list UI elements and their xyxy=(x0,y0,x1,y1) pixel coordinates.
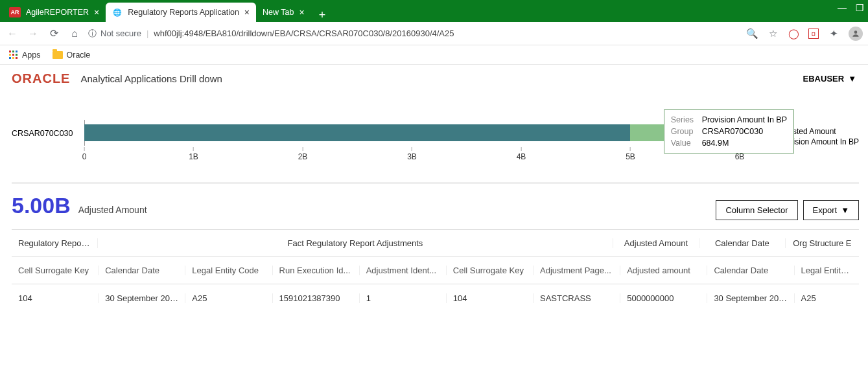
url-field[interactable]: ⓘ Not secure | whf00jlj:4948/EBA810/dril… xyxy=(88,28,740,40)
reload-button[interactable]: ⟳ xyxy=(47,27,61,40)
browser-tab-strip: AR AgileREPORTER × 🌐 Regulatory Reports … xyxy=(0,0,868,22)
group-header[interactable]: Calendar Date xyxy=(699,238,786,248)
bar-chart: CRSAR070C030 0 1B 2B 3B 4B 5B 6B SeriesP… xyxy=(12,112,859,170)
apps-label: Apps xyxy=(22,51,41,60)
group-header[interactable]: Fact Regulatory Report Adjustments xyxy=(98,238,613,248)
cell: 104 xyxy=(12,293,99,303)
security-indicator[interactable]: ⓘ Not secure xyxy=(88,28,141,40)
favicon-ar: AR xyxy=(9,7,21,17)
globe-icon: 🌐 xyxy=(112,7,123,17)
user-label: EBAUSER xyxy=(803,74,845,84)
apps-shortcut[interactable]: Apps xyxy=(9,51,41,60)
svg-point-0 xyxy=(854,30,858,34)
address-bar: ← → ⟳ ⌂ ⓘ Not secure | whf00jlj:4948/EBA… xyxy=(0,22,868,45)
tab-agilereporter[interactable]: AR AgileREPORTER × xyxy=(3,3,106,22)
minimize-button[interactable]: — xyxy=(838,3,847,13)
table-group-header: Regulatory Repor... Fact Regulatory Repo… xyxy=(12,230,859,257)
tab-title: Regulatory Reports Application xyxy=(128,8,239,17)
column-header[interactable]: Cell Surrogate Key xyxy=(447,266,534,275)
back-button[interactable]: ← xyxy=(5,28,19,40)
summary-label: Adjusted Amount xyxy=(78,205,147,215)
toolbar-right: 🔍 ☆ ◯ ◘ ✦ xyxy=(746,27,863,41)
extensions-puzzle-icon[interactable]: ✦ xyxy=(828,28,839,40)
close-icon[interactable]: × xyxy=(299,7,304,17)
column-header[interactable]: Run Execution Id... xyxy=(273,266,360,275)
extension-ublock-icon[interactable]: ◯ xyxy=(788,28,799,40)
column-header[interactable]: Legal Entity C xyxy=(795,266,859,275)
data-table: Regulatory Repor... Fact Regulatory Repo… xyxy=(12,229,859,312)
close-icon[interactable]: × xyxy=(244,7,250,17)
app-header: ORACLE Analytical Applications Drill dow… xyxy=(0,65,868,93)
info-icon: ⓘ xyxy=(88,28,97,40)
group-header[interactable]: Adjusted Amount xyxy=(613,238,699,248)
group-header[interactable]: Org Structure E xyxy=(786,238,859,248)
column-header[interactable]: Legal Entity Code xyxy=(185,266,272,275)
cell: SASTCRASS xyxy=(534,293,620,303)
cell: 5000000000 xyxy=(620,293,707,303)
chevron-down-icon: ▼ xyxy=(848,74,856,84)
chart-tooltip: SeriesProvision Amount In BP GroupCRSAR0… xyxy=(664,109,794,153)
profile-avatar[interactable] xyxy=(849,27,863,41)
oracle-logo: ORACLE xyxy=(12,71,70,86)
cell: A25 xyxy=(795,293,859,303)
maximize-button[interactable]: ❐ xyxy=(856,3,864,13)
column-selector-button[interactable]: Column Selector xyxy=(716,200,797,220)
chart-category-label: CRSAR070C030 xyxy=(12,129,73,138)
apps-grid-icon xyxy=(9,51,18,60)
new-tab-button[interactable]: + xyxy=(311,8,334,22)
close-icon[interactable]: × xyxy=(94,7,99,17)
cell: 30 September 2016 xyxy=(99,293,185,303)
extension-icon[interactable]: ◘ xyxy=(808,28,819,39)
tab-new[interactable]: New Tab × xyxy=(256,3,311,22)
cell: 1591021387390 xyxy=(273,293,360,303)
user-menu[interactable]: EBAUSER ▼ xyxy=(803,74,856,84)
tab-title: AgileREPORTER xyxy=(26,8,89,17)
group-header[interactable]: Regulatory Repor... xyxy=(12,238,98,248)
page-title: Analytical Applications Drill down xyxy=(80,73,222,84)
column-header[interactable]: Calendar Date xyxy=(99,266,185,275)
folder-icon xyxy=(53,51,63,59)
not-secure-label: Not secure xyxy=(100,28,141,38)
column-header[interactable]: Cell Surrogate Key xyxy=(12,266,99,275)
window-controls: — ❐ xyxy=(838,3,864,13)
column-header[interactable]: Adjustment Page... xyxy=(534,266,620,275)
cell: 1 xyxy=(360,293,447,303)
table-column-header: Cell Surrogate Key Calendar Date Legal E… xyxy=(12,257,859,284)
chevron-down-icon: ▼ xyxy=(841,205,849,215)
url-text: whf00jlj:4948/EBA810/drilldown/EBA/CRSA/… xyxy=(154,28,454,38)
bookmark-star-icon[interactable]: ☆ xyxy=(767,28,779,40)
tab-title: New Tab xyxy=(263,8,294,17)
bookmark-bar: Apps Oracle xyxy=(0,45,868,65)
cell: A25 xyxy=(185,293,272,303)
zoom-icon[interactable]: 🔍 xyxy=(746,28,758,40)
cell: 104 xyxy=(447,293,534,303)
bookmark-label: Oracle xyxy=(67,51,91,60)
table-row[interactable]: 104 30 September 2016 A25 1591021387390 … xyxy=(12,284,859,312)
tab-regulatory-reports[interactable]: 🌐 Regulatory Reports Application × xyxy=(106,3,256,22)
cell: 30 September 2016 xyxy=(707,293,794,303)
column-header[interactable]: Adjusted amount xyxy=(620,266,707,275)
column-header[interactable]: Calendar Date xyxy=(707,266,794,275)
summary-row: 5.00B Adjusted Amount Column Selector Ex… xyxy=(12,193,859,220)
summary-value: 5.00B xyxy=(12,193,71,218)
forward-button[interactable]: → xyxy=(26,28,40,40)
export-button[interactable]: Export▼ xyxy=(803,200,859,220)
home-button[interactable]: ⌂ xyxy=(67,28,82,40)
chart-bar-adjusted[interactable] xyxy=(84,124,630,141)
bookmark-oracle[interactable]: Oracle xyxy=(53,51,91,60)
column-header[interactable]: Adjustment Ident... xyxy=(360,266,447,275)
